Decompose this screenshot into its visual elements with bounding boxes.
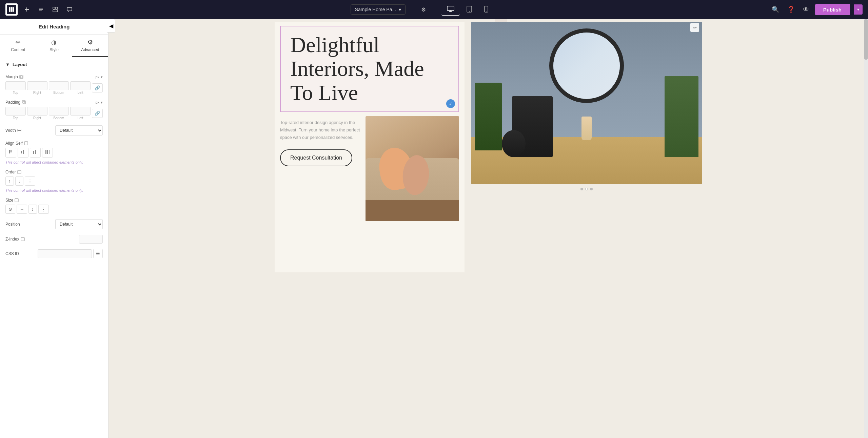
elementor-logo[interactable] [5,3,18,16]
align-center-btn[interactable] [18,148,28,158]
heading-block[interactable]: Delightful Interiors, Made To Live ✓ [280,26,459,112]
right-plant [665,76,698,157]
comments-btn[interactable] [64,4,75,15]
svg-rect-1 [11,7,13,12]
size-label: Size [5,198,19,203]
padding-top-input[interactable] [5,107,26,116]
page-scrollbar[interactable] [864,19,868,438]
heading-text: Delightful Interiors, Made To Live [290,33,449,105]
mobile-btn[interactable] [479,4,494,16]
z-index-input[interactable] [79,235,103,244]
z-index-label: Z-Index [5,237,25,242]
svg-rect-29 [33,151,34,154]
align-flex-end-btn[interactable] [30,148,41,158]
panel-title: Edit Heading [0,19,108,35]
sidebar-collapse-btn[interactable]: ◀ [107,19,115,33]
style-tab-icon: ◑ [51,39,57,46]
svg-rect-27 [21,151,22,153]
publish-dropdown-btn[interactable]: ▾ [854,4,863,15]
structure-btn[interactable] [50,4,60,15]
svg-rect-0 [9,7,11,12]
position-select[interactable]: Default [55,219,103,229]
layout-section-header[interactable]: ▼ Layout [0,57,108,72]
search-btn[interactable]: 🔍 [770,4,781,15]
order-start-btn[interactable]: ↑ [5,176,14,186]
padding-left-input[interactable] [70,107,91,116]
publish-button[interactable]: Publish [815,4,850,15]
margin-bottom-input[interactable] [49,81,69,90]
selection-check-badge: ✓ [446,99,455,108]
preview-btn[interactable]: 👁 [801,4,811,15]
padding-bottom-input[interactable] [49,107,69,116]
position-row: Position Default [0,216,108,232]
svg-rect-8 [53,7,55,9]
order-label: Order [5,170,21,174]
logo-symbol [7,5,16,14]
right-content-area: ✏ [471,22,702,272]
margin-right-input[interactable] [27,81,47,90]
margin-link-btn[interactable]: 🔗 [92,83,103,92]
size-row: Size ⊘ ↔ ↕ ⋮ [0,195,108,216]
desktop-btn[interactable] [441,4,460,16]
tab-content[interactable]: ✏ Content [0,35,36,57]
margin-left-input[interactable] [70,81,91,90]
size-grow-btn[interactable]: ↔ [17,205,27,214]
margin-top-input[interactable] [5,81,26,90]
layout-label: Layout [13,62,27,67]
size-shrink-btn[interactable]: ↕ [28,205,37,214]
align-self-btns [5,148,103,158]
align-self-helper: This control will affect contained eleme… [0,160,108,167]
svg-rect-36 [21,237,24,241]
padding-right-input[interactable] [27,107,47,116]
width-select[interactable]: Default [55,125,103,135]
page-settings-btn[interactable]: ⚙ [419,4,428,15]
subtext-area: Top-rated interior design agency in the … [280,116,361,169]
page-name-dropdown[interactable]: Sample Home Pa... ▾ [351,4,406,15]
css-id-input[interactable] [38,249,92,258]
dot-1 [580,188,583,190]
order-end-btn[interactable]: ⋮ [25,176,35,186]
tablet-btn[interactable] [461,4,477,16]
svg-rect-10 [53,10,58,12]
padding-link-btn[interactable]: 🔗 [92,109,103,118]
svg-point-18 [486,11,487,12]
scrollbar-thumb[interactable] [864,19,868,60]
size-btns: ⊘ ↔ ↕ ⋮ [5,205,103,214]
couch-image [366,116,459,221]
align-flex-start-btn[interactable] [5,148,16,158]
edit-widget-btn[interactable]: ✏ [690,23,699,32]
size-custom-btn[interactable]: ⋮ [38,205,49,214]
left-plant [475,83,502,150]
help-btn[interactable]: ❓ [785,4,797,15]
css-id-row: CSS ID ☰ [0,246,108,261]
mirror-element [549,28,624,103]
advanced-tab-icon: ⚙ [87,39,93,46]
width-label: Width [5,128,21,133]
svg-rect-26 [11,150,12,152]
css-id-options-btn[interactable]: ☰ [93,249,103,258]
cta-btn-wrapper: Request Consultation [280,149,361,166]
finder-btn[interactable] [36,4,46,15]
cta-button[interactable]: Request Consultation [280,149,352,166]
margin-left-label: Left [78,91,83,95]
svg-rect-2 [13,7,14,12]
svg-rect-31 [45,150,46,154]
tab-advanced[interactable]: ⚙ Advanced [72,35,108,57]
align-stretch-btn[interactable] [42,148,53,158]
add-element-btn[interactable] [22,4,32,15]
page-canvas: Delightful Interiors, Made To Live ✓ Top… [275,22,465,272]
margin-inputs: Top Right Bottom Left 🔗 [5,81,103,95]
margin-right-label: Right [33,91,41,95]
align-self-row: Align Self [0,138,108,160]
margin-top-label: Top [13,91,18,95]
svg-rect-30 [35,150,36,154]
size-none-btn[interactable]: ⊘ [5,205,15,214]
vase-element [581,117,592,140]
subtext-image-row: Top-rated interior design agency in the … [280,116,459,221]
collapse-chevron-icon: ◀ [109,23,113,29]
tab-style[interactable]: ◑ Style [36,35,72,57]
svg-rect-11 [67,7,72,11]
margin-row: Margin px ▾ Top Right [0,72,108,97]
order-custom-btn[interactable]: ↓ [15,176,24,186]
content-tab-icon: ✏ [16,39,21,46]
